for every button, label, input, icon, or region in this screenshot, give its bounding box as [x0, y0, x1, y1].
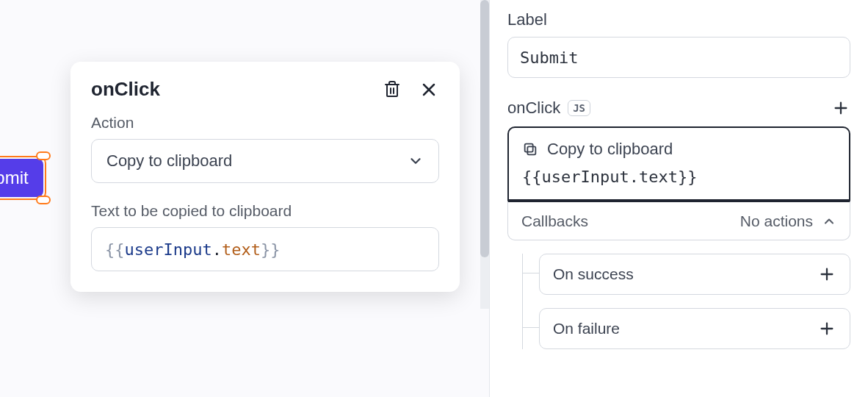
callback-on-success-label: On success: [553, 265, 634, 283]
expr-close: }}: [261, 240, 281, 259]
add-on-failure-action-button[interactable]: [817, 319, 836, 338]
svg-rect-7: [527, 146, 535, 154]
plus-icon: [833, 100, 849, 116]
callbacks-toggle[interactable]: Callbacks No actions: [507, 201, 850, 240]
close-popover-button[interactable]: [419, 79, 439, 100]
expr-open: {{: [105, 240, 125, 259]
resize-handle-top-right[interactable]: [36, 151, 51, 160]
add-onclick-action-button[interactable]: [831, 99, 850, 118]
copy-icon: [522, 141, 538, 157]
text-field-label: Text to be copied to clipboard: [91, 202, 439, 220]
action-card-expression: {{userInput.text}}: [522, 168, 836, 186]
close-icon: [421, 82, 437, 98]
onclick-section-header: onClick JS: [507, 99, 850, 118]
svg-rect-8: [525, 144, 533, 152]
label-input-value: Submit: [520, 49, 578, 67]
callback-on-success[interactable]: On success: [539, 254, 850, 295]
expr-prop: text: [222, 240, 261, 259]
trash-icon: [383, 80, 401, 99]
canvas-submit-button[interactable]: ubmit: [0, 159, 43, 197]
add-on-success-action-button[interactable]: [817, 265, 836, 284]
scrollbar-thumb[interactable]: [480, 0, 489, 257]
chevron-down-icon: [408, 153, 424, 169]
callbacks-title: Callbacks: [521, 212, 588, 230]
action-select-value: Copy to clipboard: [106, 151, 232, 171]
callback-on-failure[interactable]: On failure: [539, 308, 850, 349]
property-panel: Label Submit onClick JS Copy to clipboar…: [489, 0, 868, 397]
onclick-action-card[interactable]: Copy to clipboard {{userInput.text}}: [507, 126, 850, 201]
plus-icon: [819, 266, 835, 282]
resize-handle-bottom-right[interactable]: [36, 196, 51, 204]
action-editor-popover: onClick: [70, 62, 460, 292]
action-select[interactable]: Copy to clipboard: [91, 139, 439, 183]
clipboard-text-input[interactable]: {{userInput.text}}: [91, 227, 439, 271]
canvas-scrollbar[interactable]: [480, 0, 489, 309]
action-field-label: Action: [91, 114, 439, 132]
popover-title: onClick: [91, 78, 160, 101]
action-card-name: Copy to clipboard: [547, 140, 673, 159]
js-toggle-badge[interactable]: JS: [568, 100, 590, 116]
chevron-up-icon: [822, 214, 836, 229]
plus-icon: [819, 321, 835, 337]
onclick-heading: onClick: [507, 99, 560, 118]
delete-action-button[interactable]: [382, 79, 402, 100]
label-input[interactable]: Submit: [507, 37, 850, 78]
expr-dot: .: [212, 240, 222, 259]
callbacks-list: On success On failure: [522, 254, 850, 349]
canvas-submit-button-selection[interactable]: ubmit: [0, 159, 43, 197]
canvas[interactable]: ubmit onClick: [0, 0, 489, 397]
canvas-submit-button-label: ubmit: [0, 168, 29, 187]
expr-object: userInput: [125, 240, 212, 259]
callbacks-status: No actions: [740, 212, 813, 230]
svg-rect-0: [387, 85, 397, 96]
label-heading: Label: [507, 10, 850, 29]
callback-on-failure-label: On failure: [553, 320, 620, 337]
